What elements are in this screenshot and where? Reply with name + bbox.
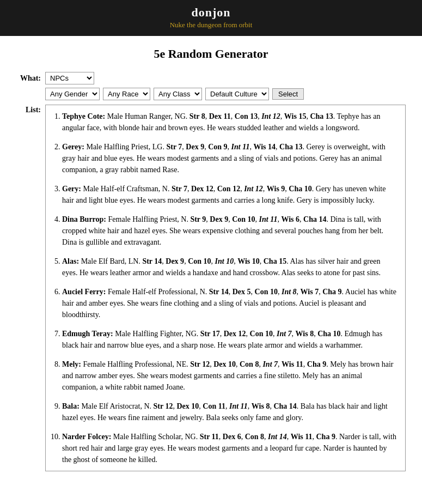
what-label: What: xyxy=(16,74,41,83)
page-title: 5e Random Generator xyxy=(16,47,406,61)
site-subtitle: Nuke the dungeon from orbit xyxy=(0,21,422,29)
list-item: Gerey: Male Halfling Priest, LG. Str 7, … xyxy=(62,141,397,175)
race-select[interactable]: Any Race Human Elf Half-elf Halfling Dwa… xyxy=(103,88,150,100)
list-item: Mely: Female Halfling Professional, NE. … xyxy=(62,359,397,393)
what-row: What: NPCs Monsters Spells Items Dungeon… xyxy=(16,72,406,84)
site-title: donjon xyxy=(0,5,422,20)
gender-select[interactable]: Any Gender Male Female xyxy=(45,88,100,100)
list-item: Alas: Male Elf Bard, LN. Str 14, Dex 9, … xyxy=(62,256,397,278)
npc-list-box: Tephye Cote: Male Human Ranger, NG. Str … xyxy=(45,105,406,471)
list-item: Narder Folcey: Male Halfling Scholar, NG… xyxy=(62,431,397,465)
list-item: Gery: Male Half-elf Craftsman, N. Str 7,… xyxy=(62,183,397,206)
list-row: List: Tephye Cote: Male Human Ranger, NG… xyxy=(16,105,406,471)
list-item: Bala: Male Elf Aristocrat, N. Str 12, De… xyxy=(62,400,397,423)
site-header: donjon Nuke the dungeon from orbit xyxy=(0,0,422,36)
list-label: List: xyxy=(16,105,41,114)
filters-row: Any Gender Male Female Any Race Human El… xyxy=(45,88,406,100)
select-button[interactable]: Select xyxy=(272,88,304,100)
list-item: Edmugh Teray: Male Halfling Fighter, NG.… xyxy=(62,328,397,351)
main-content: 5e Random Generator What: NPCs Monsters … xyxy=(0,36,422,482)
npc-list: Tephye Cote: Male Human Ranger, NG. Str … xyxy=(62,111,397,465)
list-item: Tephye Cote: Male Human Ranger, NG. Str … xyxy=(62,111,397,133)
list-item: Dina Burrop: Female Halfling Priest, N. … xyxy=(62,214,397,248)
what-select[interactable]: NPCs Monsters Spells Items Dungeons xyxy=(45,72,94,84)
class-select[interactable]: Any Class Barbarian Bard Cleric Fighter … xyxy=(154,88,202,100)
culture-select[interactable]: Default Culture Arabic Celtic English No… xyxy=(205,88,269,100)
list-item: Auciel Ferry: Female Half-elf Profession… xyxy=(62,286,397,320)
